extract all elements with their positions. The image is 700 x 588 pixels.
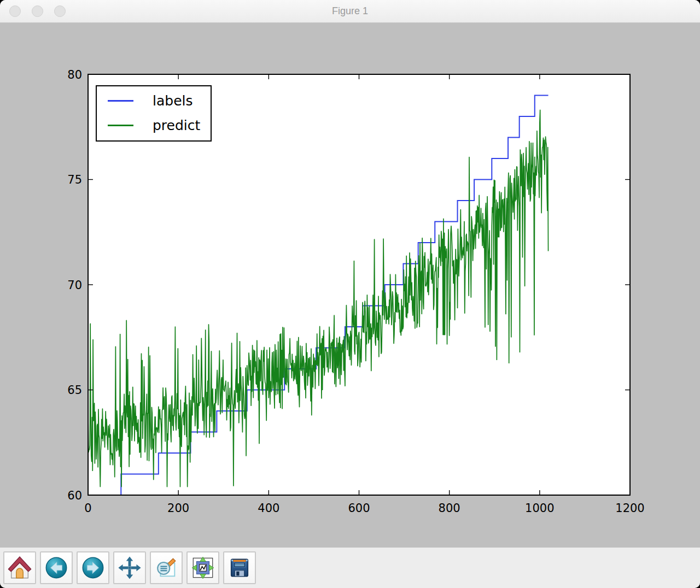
home-icon — [7, 555, 32, 580]
forward-button[interactable] — [77, 551, 109, 584]
navigation-toolbar — [0, 548, 700, 588]
zoom-button[interactable] — [54, 5, 66, 17]
x-tick-label: 0 — [84, 502, 91, 515]
minimize-button[interactable] — [32, 5, 43, 17]
y-tick-label: 70 — [67, 279, 82, 292]
figure-window: Figure 1 0200400600800100012006065707580… — [0, 0, 700, 588]
home-button[interactable] — [3, 551, 36, 584]
window-title: Figure 1 — [0, 5, 700, 17]
zoom-to-rect-icon — [154, 555, 179, 580]
configure-subplots-icon — [190, 555, 215, 580]
y-tick-label: 60 — [67, 489, 82, 502]
x-tick-label: 1200 — [615, 502, 644, 515]
zoom-to-rect-button[interactable] — [150, 551, 183, 584]
pan-icon — [117, 555, 142, 580]
back-icon — [44, 555, 69, 580]
pan-button[interactable] — [113, 551, 146, 584]
y-tick-label: 80 — [67, 68, 82, 81]
back-button[interactable] — [40, 551, 73, 584]
close-button[interactable] — [9, 5, 21, 17]
configure-subplots-button[interactable] — [186, 551, 219, 584]
x-tick-label: 600 — [348, 502, 370, 515]
x-tick-label: 400 — [258, 502, 279, 515]
window-controls — [9, 0, 66, 22]
legend-entry-predict: predict — [97, 113, 211, 138]
forward-icon — [80, 555, 106, 580]
legend-line-sample — [108, 125, 133, 126]
titlebar[interactable]: Figure 1 — [0, 0, 700, 23]
screen: { "window": { "title": "Figure 1", "cont… — [0, 0, 700, 588]
legend-entry-labels: labels — [97, 89, 211, 113]
x-tick-label: 800 — [439, 502, 460, 515]
x-tick-label: 1000 — [525, 502, 554, 515]
legend-line-sample — [108, 100, 133, 102]
legend-label: labels — [153, 94, 193, 108]
y-tick-label: 65 — [67, 384, 82, 397]
save-button[interactable] — [223, 551, 256, 584]
y-tick-label: 75 — [67, 173, 82, 186]
x-tick-label: 200 — [167, 502, 189, 515]
save-icon — [227, 555, 252, 580]
figure-canvas: 0200400600800100012006065707580 labelspr… — [0, 23, 700, 548]
legend-label: predict — [153, 119, 200, 132]
legend: labelspredict — [96, 85, 212, 142]
